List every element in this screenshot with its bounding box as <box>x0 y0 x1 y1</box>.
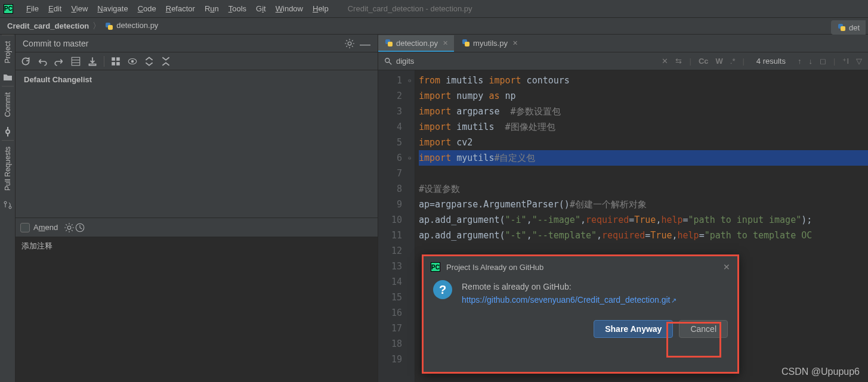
toolbar-separator <box>104 56 104 67</box>
search-icon <box>384 57 393 66</box>
breadcrumb-bar: Credit_card_detection 〉 detection.py <box>0 18 868 35</box>
external-link-icon: ↗ <box>671 297 677 304</box>
close-icon[interactable]: ✕ <box>443 39 448 47</box>
svg-rect-10 <box>116 57 120 61</box>
svg-rect-9 <box>112 57 115 61</box>
svg-point-4 <box>9 206 11 209</box>
breadcrumb-file[interactable]: detection.py <box>104 21 158 31</box>
menu-navigate[interactable]: Navigate <box>92 0 132 17</box>
menu-view[interactable]: View <box>66 0 92 17</box>
close-icon[interactable]: ✕ <box>512 39 518 47</box>
menu-refactor[interactable]: Refactor <box>161 0 200 17</box>
search-input[interactable]: digits <box>396 57 662 66</box>
menu-code[interactable]: Code <box>133 0 161 17</box>
github-link[interactable]: https://github.com/sevenyuan6/Credit_car… <box>462 295 670 305</box>
expand-icon[interactable] <box>144 56 155 67</box>
share-anyway-button[interactable]: Share Anyway <box>594 320 673 338</box>
pull-request-icon[interactable] <box>3 200 13 210</box>
github-dialog: PC Project Is Already on GitHub ✕ ? Remo… <box>422 254 739 374</box>
tab-detection[interactable]: detection.py ✕ <box>378 35 454 52</box>
match-case-toggle[interactable]: Cc <box>699 57 709 66</box>
group-icon[interactable] <box>110 56 121 67</box>
refresh-icon[interactable] <box>20 56 31 67</box>
commit-toolbar <box>16 52 378 70</box>
window-title: Credit_card_detection - detection.py <box>348 4 472 13</box>
svg-point-17 <box>385 58 390 62</box>
editor-tab-bar: detection.py ✕ myutils.py ✕ <box>378 35 868 52</box>
amend-row: Amend <box>16 218 378 237</box>
commit-tab[interactable]: Commit <box>2 86 14 123</box>
svg-line-18 <box>389 61 391 64</box>
svg-point-15 <box>67 226 71 229</box>
menu-file[interactable]: File <box>21 0 44 17</box>
results-count: 4 results <box>756 57 786 66</box>
search-options: ✕ ⇆ | Cc W .* | 4 results ↑ ↓ ◻ | ⁺I ▽ <box>662 57 862 66</box>
dialog-buttons: Share Anyway Cancel <box>424 313 737 345</box>
amend-label: Amend <box>33 223 58 232</box>
commit-panel-header: Commit to master — <box>16 35 378 52</box>
changelist-label: Default Changelist <box>24 75 92 84</box>
dialog-title: Project Is Already on GitHub <box>446 263 543 272</box>
redo-icon[interactable] <box>54 56 64 67</box>
pin-icon[interactable]: ⇆ <box>675 57 682 66</box>
amend-checkbox[interactable] <box>20 223 30 232</box>
gear-icon[interactable] <box>344 38 355 49</box>
clear-search-icon[interactable]: ✕ <box>662 57 668 66</box>
svg-point-14 <box>131 60 134 63</box>
words-toggle[interactable]: W <box>716 57 723 66</box>
history-icon[interactable] <box>75 222 85 233</box>
dialog-titlebar: PC Project Is Already on GitHub ✕ <box>424 256 737 278</box>
close-icon[interactable]: ✕ <box>723 262 730 272</box>
filter-icon[interactable]: ▽ <box>856 57 862 66</box>
search-bar: digits ✕ ⇆ | Cc W .* | 4 results ↑ ↓ ◻ |… <box>378 52 868 70</box>
commit-panel-title: Commit to master <box>23 39 339 48</box>
right-run-config[interactable]: det <box>831 20 866 35</box>
menu-window[interactable]: Window <box>271 0 308 17</box>
menu-help[interactable]: Help <box>308 0 333 17</box>
breadcrumb-separator: 〉 <box>92 21 101 32</box>
collapse-icon[interactable] <box>160 56 171 67</box>
fold-column[interactable]: ⊖ ⊖ <box>408 70 415 382</box>
commit-panel: Commit to master — Default Changelist Am… <box>16 35 378 382</box>
shelve-icon[interactable] <box>87 56 98 67</box>
commit-message-input[interactable]: 添加注释 <box>16 237 378 382</box>
menu-git[interactable]: Git <box>251 0 271 17</box>
project-tab[interactable]: Project <box>2 35 14 69</box>
menu-tools[interactable]: Tools <box>224 0 251 17</box>
question-icon: ? <box>433 280 452 299</box>
menu-edit[interactable]: Edit <box>44 0 66 17</box>
python-icon <box>384 38 394 48</box>
svg-point-3 <box>4 201 7 204</box>
tab-myutils[interactable]: myutils.py ✕ <box>455 35 524 52</box>
cancel-button[interactable]: Cancel <box>679 320 728 338</box>
prev-result-icon[interactable]: ↑ <box>798 57 802 66</box>
svg-point-0 <box>6 130 10 133</box>
gear-icon[interactable] <box>64 222 75 233</box>
left-tool-strip: Project Commit Pull Requests <box>0 35 16 382</box>
regex-toggle[interactable]: .* <box>730 57 736 66</box>
menubar: PC File Edit View Navigate Code Refactor… <box>0 0 868 18</box>
changelist-area[interactable]: Default Changelist <box>16 70 378 218</box>
add-selection-icon[interactable]: ⁺I <box>842 57 849 66</box>
svg-rect-11 <box>112 62 115 66</box>
undo-icon[interactable] <box>37 56 48 67</box>
diff-icon[interactable] <box>70 56 81 67</box>
pull-requests-tab[interactable]: Pull Requests <box>2 140 14 197</box>
menu-run[interactable]: Run <box>200 0 224 17</box>
svg-rect-6 <box>72 57 80 66</box>
watermark: CSDN @Upupup6 <box>781 367 860 377</box>
breadcrumb-project[interactable]: Credit_card_detection <box>7 21 89 30</box>
app-icon: PC <box>4 4 13 14</box>
svg-rect-12 <box>116 62 120 66</box>
select-all-icon[interactable]: ◻ <box>820 57 826 66</box>
commit-dot-icon[interactable] <box>3 127 13 136</box>
python-icon <box>104 21 114 31</box>
preview-icon[interactable] <box>127 56 138 67</box>
line-gutter: 12345678910111213141516171819 <box>378 70 408 382</box>
folder-icon[interactable] <box>3 73 13 82</box>
svg-point-5 <box>348 42 351 45</box>
dialog-text: Remote is already on GitHub: https://git… <box>462 280 677 307</box>
next-result-icon[interactable]: ↓ <box>808 57 813 66</box>
dialog-body: ? Remote is already on GitHub: https://g… <box>424 278 737 313</box>
minimize-icon[interactable]: — <box>360 38 370 49</box>
